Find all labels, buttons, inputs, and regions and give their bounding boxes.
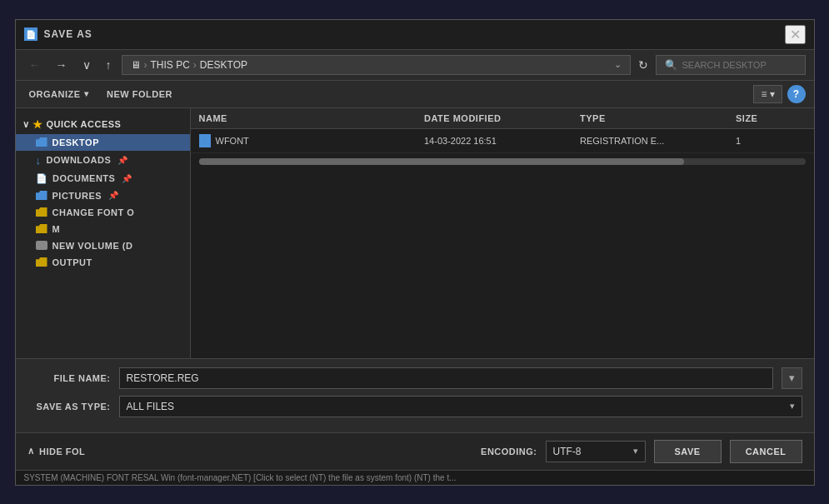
refresh-button[interactable]: ↻ bbox=[636, 56, 651, 74]
view-button[interactable]: ≡ ▾ bbox=[753, 85, 782, 103]
save-button[interactable]: SAVE bbox=[654, 440, 722, 463]
file-type: REGISTRATION E... bbox=[572, 136, 727, 146]
save-as-type-value: ALL FILES bbox=[127, 401, 175, 412]
quick-access-label: QUICK ACCESS bbox=[47, 119, 122, 129]
hide-chevron-icon: ∧ bbox=[27, 446, 35, 457]
drive-icon bbox=[36, 241, 47, 250]
organize-button[interactable]: ORGANIZE ▾ bbox=[24, 87, 94, 102]
toolbar: ORGANIZE ▾ NEW FOLDER ≡ ▾ ? bbox=[16, 81, 814, 108]
download-icon: ↓ bbox=[36, 154, 42, 167]
desktop-folder-icon bbox=[36, 137, 47, 147]
star-icon: ★ bbox=[32, 118, 43, 131]
help-button[interactable]: ? bbox=[787, 85, 806, 103]
search-box: 🔍 SEARCH DESKTOP bbox=[656, 55, 806, 75]
scrollbar-thumb[interactable] bbox=[199, 158, 684, 165]
quick-access-header[interactable]: ∨ ★ QUICK ACCESS bbox=[16, 115, 190, 134]
sidebar-item-newvolume[interactable]: NEW VOLUME (D bbox=[16, 237, 190, 254]
sidebar-item-downloads[interactable]: ↓ DOWNLOADS 📌 bbox=[16, 151, 190, 170]
view-chevron-icon: ▾ bbox=[770, 88, 775, 100]
sidebar-item-output[interactable]: OUTPUT bbox=[16, 254, 190, 271]
file-name-label: FILE NAME: bbox=[27, 373, 111, 383]
search-placeholder: SEARCH DESKTOP bbox=[682, 60, 767, 70]
bottom-section: FILE NAME: ▾ SAVE AS TYPE: ALL FILES ▾ bbox=[16, 358, 814, 432]
hide-folders-toggle[interactable]: ∧ HIDE FOL bbox=[27, 446, 86, 457]
sidebar-item-pictures[interactable]: PICTURES 📌 bbox=[16, 187, 190, 204]
sidebar-item-changefont[interactable]: CHANGE FONT O bbox=[16, 204, 190, 221]
breadcrumb[interactable]: 🖥 › THIS PC › DESKTOP ⌄ bbox=[122, 55, 631, 75]
breadcrumb-part1: THIS PC bbox=[151, 59, 190, 71]
sidebar-item-downloads-label: DOWNLOADS bbox=[47, 155, 112, 165]
file-date: 14-03-2022 16:51 bbox=[416, 136, 572, 146]
hide-folders-label: HIDE FOL bbox=[39, 447, 85, 457]
encoding-select[interactable]: UTF-8 ▾ bbox=[546, 441, 646, 462]
encoding-value: UTF-8 bbox=[553, 446, 582, 457]
column-name[interactable]: NAME bbox=[191, 113, 417, 123]
file-size: 1 bbox=[727, 136, 814, 146]
close-button[interactable]: ✕ bbox=[785, 25, 806, 44]
new-folder-button[interactable]: NEW FOLDER bbox=[102, 87, 177, 102]
back-button[interactable]: ← bbox=[24, 56, 46, 74]
save-as-type-label: SAVE AS TYPE: bbox=[27, 402, 111, 412]
quick-access-section: ∨ ★ QUICK ACCESS DESKTOP ← ↓ DOWNLOADS 📌 bbox=[16, 115, 190, 271]
table-row[interactable]: WFONT 14-03-2022 16:51 REGISTRATION E...… bbox=[191, 129, 814, 153]
sidebar-item-m[interactable]: M bbox=[16, 221, 190, 237]
sidebar-item-newvolume-label: NEW VOLUME (D bbox=[52, 241, 133, 251]
footer-right: ENCODING: UTF-8 ▾ SAVE CANCEL bbox=[481, 440, 802, 463]
file-name-cell: WFONT bbox=[191, 134, 417, 147]
encoding-chevron-icon: ▾ bbox=[633, 446, 638, 457]
encoding-label: ENCODING: bbox=[481, 447, 537, 457]
main-content: ∨ ★ QUICK ACCESS DESKTOP ← ↓ DOWNLOADS 📌 bbox=[16, 108, 814, 358]
breadcrumb-chevron-icon[interactable]: ⌄ bbox=[614, 59, 622, 70]
title-bar: 📄 SAVE AS ✕ bbox=[16, 20, 814, 50]
pictures-folder-icon bbox=[36, 191, 47, 200]
reg-file-icon bbox=[199, 134, 211, 147]
file-name-input[interactable] bbox=[119, 367, 773, 389]
horizontal-scrollbar[interactable] bbox=[199, 158, 806, 165]
changefont-folder-icon bbox=[36, 207, 47, 217]
pin-icon-pictures: 📌 bbox=[108, 191, 119, 200]
breadcrumb-sep2: › bbox=[193, 59, 197, 71]
save-type-chevron-icon: ▾ bbox=[790, 401, 795, 412]
breadcrumb-sep1: › bbox=[144, 59, 147, 71]
up-button[interactable]: ↑ bbox=[101, 56, 117, 74]
breadcrumb-part2: DESKTOP bbox=[200, 59, 247, 71]
pin-icon-documents: 📌 bbox=[122, 174, 132, 183]
dialog-title: SAVE AS bbox=[44, 28, 778, 40]
dialog-icon: 📄 bbox=[24, 27, 37, 41]
file-name-row: FILE NAME: ▾ bbox=[27, 367, 802, 389]
sidebar-item-m-label: M bbox=[52, 224, 61, 234]
doc-icon: 📄 bbox=[36, 173, 48, 184]
forward-button[interactable]: → bbox=[51, 56, 72, 74]
scrollbar-container bbox=[191, 153, 814, 168]
file-name: WFONT bbox=[216, 136, 249, 146]
sidebar-item-documents-label: DOCUMENTS bbox=[52, 173, 115, 183]
toolbar-right: ≡ ▾ ? bbox=[753, 85, 805, 103]
column-size[interactable]: SIZE bbox=[727, 113, 814, 123]
sidebar-item-output-label: OUTPUT bbox=[52, 257, 92, 267]
pin-icon-downloads: 📌 bbox=[117, 156, 128, 165]
sidebar-item-desktop[interactable]: DESKTOP ← bbox=[16, 134, 190, 151]
status-text: SYSTEM (MACHINE) FONT RESAL Win (font-ma… bbox=[24, 473, 457, 482]
nav-bar: ← → ∨ ↑ 🖥 › THIS PC › DESKTOP ⌄ ↻ 🔍 SEAR… bbox=[16, 50, 814, 81]
filename-dropdown-button[interactable]: ▾ bbox=[782, 367, 802, 389]
sidebar-item-desktop-label: DESKTOP bbox=[52, 137, 99, 147]
column-date[interactable]: DATE MODIFIED bbox=[416, 113, 572, 123]
cancel-button[interactable]: CANCEL bbox=[730, 440, 802, 463]
column-type[interactable]: TYPE bbox=[572, 113, 727, 123]
organize-dropdown-icon: ▾ bbox=[84, 89, 89, 98]
sidebar-item-pictures-label: PICTURES bbox=[52, 191, 102, 201]
save-as-dialog: 📄 SAVE AS ✕ ← → ∨ ↑ 🖥 › THIS PC › DESKTO… bbox=[15, 19, 815, 486]
expand-icon: ∨ bbox=[22, 119, 30, 130]
save-type-row: SAVE AS TYPE: ALL FILES ▾ bbox=[27, 396, 802, 417]
sidebar-item-changefont-label: CHANGE FONT O bbox=[52, 207, 135, 217]
search-icon: 🔍 bbox=[665, 59, 677, 71]
sidebar: ∨ ★ QUICK ACCESS DESKTOP ← ↓ DOWNLOADS 📌 bbox=[16, 108, 191, 358]
breadcrumb-drive-icon: 🖥 bbox=[131, 59, 141, 71]
save-as-type-select[interactable]: ALL FILES ▾ bbox=[119, 396, 802, 417]
m-folder-icon bbox=[36, 224, 47, 233]
dropdown-button[interactable]: ∨ bbox=[77, 56, 96, 74]
file-list: NAME DATE MODIFIED TYPE SIZE WFONT 14-03… bbox=[191, 108, 814, 358]
sidebar-item-documents[interactable]: 📄 DOCUMENTS 📌 bbox=[16, 170, 190, 187]
organize-label: ORGANIZE bbox=[29, 89, 81, 99]
view-icon: ≡ bbox=[761, 88, 767, 100]
